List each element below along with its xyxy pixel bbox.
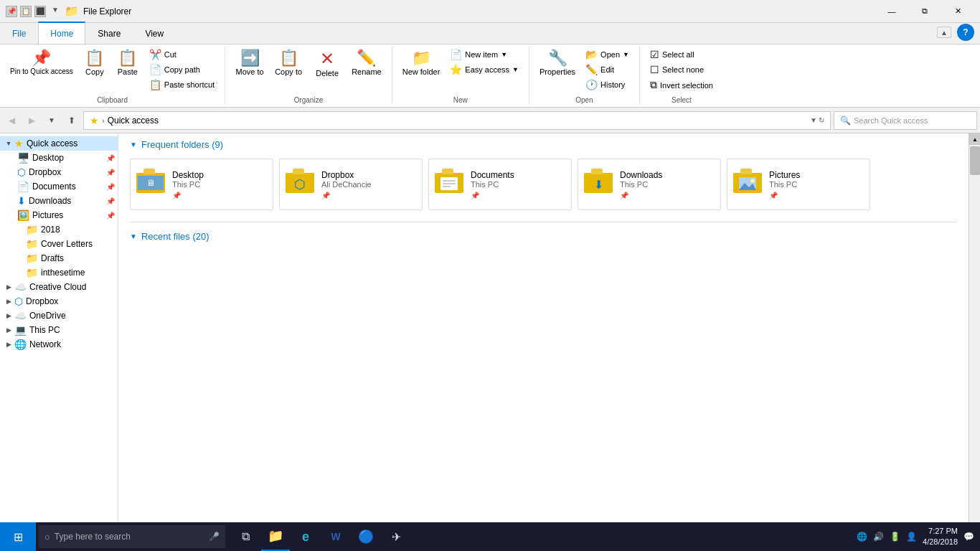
back-button[interactable]: ◀ [3,112,20,129]
taskbar-app-word[interactable]: W [321,522,350,551]
title-bar-app-icon: 📁 [65,4,79,18]
sidebar-item-desktop[interactable]: 🖥️ Desktop 📌 [0,151,118,165]
downloads-pin-icon: 📌 [106,197,115,205]
taskbar-notification-icon[interactable]: 💬 [963,532,974,542]
invert-icon: ⧉ [650,79,657,91]
taskbar-network-icon[interactable]: 🌐 [857,532,867,542]
easy-access-button[interactable]: ⭐ Easy access ▼ [446,62,523,77]
sidebar-item-this-pc[interactable]: ▶ 💻 This PC [0,323,118,337]
quick-icon-3[interactable]: ⬛ [34,6,46,17]
sidebar-item-network[interactable]: ▶ 🌐 Network [0,337,118,352]
taskbar-people-icon[interactable]: 👤 [906,532,917,542]
up-button[interactable]: ⬆ [63,112,80,129]
scroll-thumb[interactable] [970,146,980,175]
quick-icon-2[interactable]: 📋 [20,6,32,17]
sidebar-item-drafts[interactable]: 📁 Drafts [0,251,118,265]
cut-icon: ✂️ [149,49,161,60]
delete-button[interactable]: ✕ Delete [308,47,346,80]
new-folder-button[interactable]: 📁 New folder [398,47,445,79]
open-button[interactable]: 📂 Open ▼ [581,47,633,62]
sidebar-item-inthesetime[interactable]: 📁 inthesetime [0,265,118,280]
pin-to-quick-access-button[interactable]: 📌 Pin to Quick access [6,47,77,79]
address-bar[interactable]: ★ › Quick access ▼ ↻ [83,111,831,130]
scroll-up-button[interactable]: ▲ [969,133,980,145]
recent-files-header[interactable]: ▼ Recent files (20) [130,231,957,242]
new-item-button[interactable]: 📄 New item ▼ [446,47,523,62]
copy-button[interactable]: 📋 Copy [79,47,110,79]
tab-view[interactable]: View [133,22,176,44]
select-none-button[interactable]: ☐ Select none [646,62,717,77]
minimize-button[interactable]: — [875,0,908,23]
folder-inthesetime-icon: 📁 [26,267,38,278]
start-button[interactable]: ⊞ [0,522,36,551]
close-button[interactable]: ✕ [941,0,974,23]
copy-to-button[interactable]: 📋 Copy to [270,47,307,79]
taskbar-volume-icon[interactable]: 🔊 [873,532,884,542]
pictures-pin-icon: 📌 [106,212,115,220]
invert-selection-button[interactable]: ⧉ Invert selection [646,77,717,93]
sidebar-item-cover-letters[interactable]: 📁 Cover Letters [0,237,118,251]
taskbar-app-chrome[interactable]: 🔵 [352,522,380,551]
search-icon: 🔍 [840,116,851,126]
desktop-icon: 🖥️ [17,152,29,164]
cut-button[interactable]: ✂️ Cut [145,47,219,62]
maximize-button[interactable]: ⧉ [908,0,941,23]
address-dropdown-icon[interactable]: ▼ [810,116,817,124]
ribbon-collapse-button[interactable]: ▲ [937,27,951,38]
taskbar-mic-icon[interactable]: 🎤 [209,532,220,542]
recent-files-title: Recent files (20) [141,231,209,242]
dropdown-nav-button[interactable]: ▼ [43,112,60,129]
sidebar-item-label: Quick access [27,138,77,149]
title-bar-dropdown[interactable]: ▼ [52,6,59,17]
sidebar-item-dropbox-pinned[interactable]: ⬡ Dropbox 📌 [0,165,118,179]
paste-shortcut-button[interactable]: 📋 Paste shortcut [145,77,219,92]
select-all-button[interactable]: ☑ Select all [646,47,717,62]
forward-button[interactable]: ▶ [23,112,40,129]
sidebar-item-onedrive[interactable]: ▶ ☁️ OneDrive [0,309,118,323]
taskbar-task-view[interactable]: ⧉ [231,522,260,551]
folder-tile-pictures[interactable]: Pictures This PC 📌 [727,159,870,210]
folder-tile-desktop[interactable]: 🖥 Desktop This PC 📌 [130,159,273,210]
edit-button[interactable]: ✏️ Edit [581,62,633,77]
folder-tile-dropbox[interactable]: ⬡ Dropbox Ali DeChancie 📌 [279,159,423,210]
history-button[interactable]: 🕐 History [581,77,633,92]
help-button[interactable]: ? [957,24,974,41]
frequent-folders-header[interactable]: ▼ Frequent folders (9) [130,139,957,150]
tab-share[interactable]: Share [85,22,133,44]
sidebar-item-dropbox-drive[interactable]: ▶ ⬡ Dropbox [0,294,118,309]
search-bar[interactable]: 🔍 Search Quick access [834,111,977,130]
sidebar-item-documents[interactable]: 📄 Documents 📌 [0,179,118,194]
folder-desktop-icon: 🖥 [136,169,165,201]
folder-tile-documents[interactable]: Documents This PC 📌 [428,159,572,210]
open-arrow: ▼ [623,51,629,58]
tab-file[interactable]: File [0,22,38,44]
quick-icon-1[interactable]: 📌 [6,6,17,17]
taskbar-search-box[interactable]: ○ Type here to search 🎤 [39,525,225,548]
address-refresh-icon[interactable]: ↻ [819,116,824,124]
sidebar-item-pictures[interactable]: 🖼️ Pictures 📌 [0,208,118,222]
move-to-button[interactable]: ➡️ Move to [231,47,268,79]
easy-access-arrow: ▼ [512,66,519,73]
folder-tile-downloads[interactable]: ⬇ Downloads This PC 📌 [578,159,721,210]
sidebar-item-2018[interactable]: 📁 2018 [0,222,118,237]
taskbar-clock[interactable]: 7:27 PM 4/28/2018 [923,526,958,548]
rename-button[interactable]: ✏️ Rename [347,47,386,79]
open-label: Open [575,93,593,104]
ribbon-group-open: 🔧 Properties 📂 Open ▼ ✏️ Edit 🕐 [529,47,640,104]
properties-button[interactable]: 🔧 Properties [535,47,580,79]
sidebar-item-downloads[interactable]: ⬇ Downloads 📌 [0,194,118,208]
copy-path-button[interactable]: 📄 Copy path [145,62,219,77]
folder-drafts-icon: 📁 [26,253,38,264]
taskbar-battery-icon[interactable]: 🔋 [890,532,900,542]
taskbar-app-explorer[interactable]: 📁 [261,522,290,551]
tab-home[interactable]: Home [38,22,85,44]
sidebar-item-label: inthesetime [41,268,85,278]
paste-button[interactable]: 📋 Paste [112,47,143,79]
taskbar-app-edge[interactable]: e [291,522,320,551]
taskbar-app-7[interactable]: ✈ [382,522,410,551]
sidebar-item-label: Drafts [41,253,64,263]
scrollbar-track[interactable]: ▲ ▼ [969,133,980,534]
sidebar-item-creative-cloud[interactable]: ▶ ☁️ Creative Cloud [0,280,118,294]
svg-rect-10 [442,169,453,174]
sidebar-item-quick-access[interactable]: ▼ ★ Quick access [0,136,118,151]
